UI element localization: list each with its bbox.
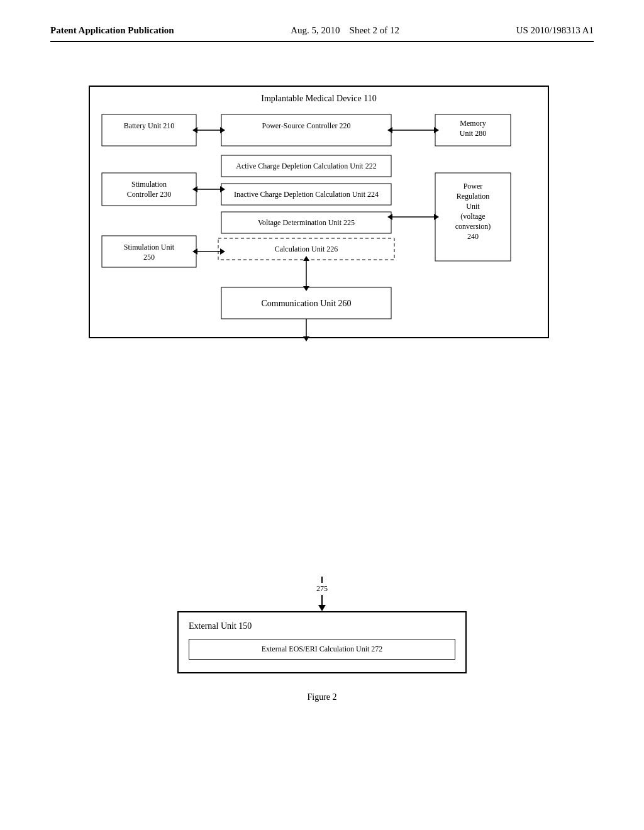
calc-unit-text: Calculation Unit 226 xyxy=(275,245,338,253)
imd-title-text: Implantable Medical Device 110 xyxy=(261,94,376,103)
svg-marker-36 xyxy=(303,286,309,291)
svg-text:250: 250 xyxy=(143,253,155,262)
svg-rect-2 xyxy=(221,114,391,146)
svg-marker-28 xyxy=(192,186,197,192)
power-source-text: Power-Source Controller 220 xyxy=(262,121,350,130)
svg-marker-31 xyxy=(192,248,197,255)
stim-controller-text: Stimulation xyxy=(131,180,167,189)
header-date: Aug. 5, 2010 Sheet 2 of 12 xyxy=(291,25,399,36)
svg-marker-34 xyxy=(387,214,392,220)
memory-unit-text: Memory xyxy=(460,119,486,128)
external-eos-box: External EOS/ERI Calculation Unit 272 xyxy=(189,639,455,660)
svg-text:Controller 230: Controller 230 xyxy=(127,190,171,199)
active-charge-text: Active Charge Depletion Calculation Unit… xyxy=(236,162,376,170)
diagram-area: Implantable Medical Device 110 Battery U… xyxy=(50,80,594,702)
page-header: Patent Application Publication Aug. 5, 2… xyxy=(50,25,594,42)
svg-text:Unit: Unit xyxy=(466,202,480,211)
header-left-text: Patent Application Publication xyxy=(50,25,174,36)
header-patent-number: US 2010/198313 A1 xyxy=(516,25,594,36)
svg-text:(voltage: (voltage xyxy=(460,212,485,221)
comm-unit-text: Communication Unit 260 xyxy=(261,299,351,308)
external-connector: 275 xyxy=(316,577,328,611)
external-unit-title: External Unit 150 xyxy=(189,621,455,631)
svg-rect-11 xyxy=(102,236,196,267)
svg-rect-7 xyxy=(102,173,196,206)
svg-rect-1 xyxy=(102,114,196,146)
svg-marker-33 xyxy=(434,214,439,220)
battery-unit-text: Battery Unit 210 xyxy=(124,121,175,130)
voltage-det-text: Voltage Determination Unit 225 xyxy=(258,218,355,227)
svg-marker-25 xyxy=(387,127,392,133)
svg-text:Regulation: Regulation xyxy=(457,192,490,201)
inactive-charge-text: Inactive Charge Depletion Calculation Un… xyxy=(234,190,379,199)
svg-text:240: 240 xyxy=(467,232,479,241)
svg-marker-24 xyxy=(434,127,439,133)
svg-marker-27 xyxy=(220,186,225,192)
power-reg-text: Power xyxy=(464,182,483,191)
connector-label-text: 275 xyxy=(316,584,328,594)
svg-text:Unit 280: Unit 280 xyxy=(460,129,486,138)
svg-marker-21 xyxy=(220,127,225,133)
figure-caption: Figure 2 xyxy=(307,692,336,702)
svg-marker-37 xyxy=(303,256,309,261)
external-unit-container: External Unit 150 External EOS/ERI Calcu… xyxy=(177,611,467,673)
svg-marker-30 xyxy=(220,248,225,255)
svg-text:conversion): conversion) xyxy=(455,222,491,231)
stim-unit-text: Stimulation Unit xyxy=(124,243,175,252)
svg-marker-22 xyxy=(192,127,197,133)
